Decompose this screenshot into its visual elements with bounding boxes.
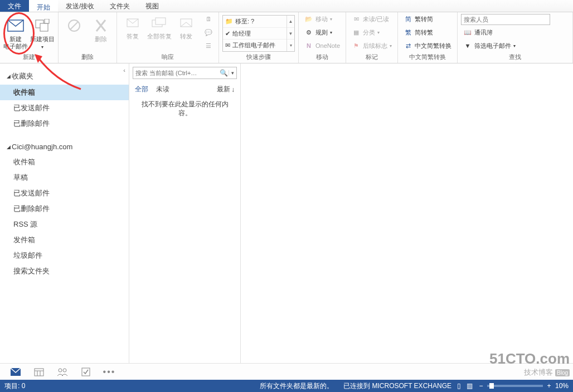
ribbon: 新建 电子邮件 新建项目▾ 新建 删除 <box>0 12 573 63</box>
nav-collapse-button[interactable]: ‹ <box>123 67 125 74</box>
search-mailbox[interactable]: 🔍 ▾ <box>133 67 237 79</box>
status-connection: 已连接到 MICROSOFT EXCHANGE <box>343 381 451 391</box>
group-tags: ✉未读/已读 ▦分类 ▾ ⚑后续标志 ▾ 标记 <box>346 12 398 63</box>
favorites-header[interactable]: ◢收藏夹 <box>0 68 129 85</box>
envelope-icon: ✉ <box>352 14 361 23</box>
more-respond-button[interactable]: ☰ <box>202 40 215 52</box>
nav-item-inbox[interactable]: 收件箱 <box>0 154 129 170</box>
view-normal-icon[interactable]: ▯ <box>457 382 461 390</box>
zoom-in-button[interactable]: + <box>546 382 552 390</box>
move-button[interactable]: 📂移动 ▾ <box>302 13 342 25</box>
qs-to-manager[interactable]: ✔给经理 <box>223 28 286 40</box>
char-traditional-icon: 繁 <box>404 28 412 37</box>
group-quick-steps: 📁移至: ? ✔给经理 ✉工作组电子邮件 ▲▼▾ 快速步骤 <box>219 12 299 63</box>
nav-more-icon[interactable]: ••• <box>104 366 115 378</box>
group-respond: 答复 全部答复 转发 🗓 💬 ☰ 响应 <box>117 12 219 63</box>
rules-button[interactable]: ⚙规则 ▾ <box>302 26 342 38</box>
reply-icon <box>124 14 142 32</box>
reading-pane <box>241 63 573 363</box>
reply-all-icon <box>150 14 168 32</box>
unread-read-button[interactable]: ✉未读/已读 <box>349 13 394 25</box>
nav-item-drafts[interactable]: 草稿 <box>0 170 129 185</box>
group-chinese-conversion: 简繁转简 繁简转繁 ⇄中文简繁转换 中文简繁转换 <box>398 12 458 63</box>
svg-line-5 <box>70 22 78 30</box>
filter-email-button[interactable]: ▼筛选电子邮件 ▾ <box>461 40 518 52</box>
nav-item-deleted-fav[interactable]: 已删除邮件 <box>0 116 129 131</box>
categorize-icon: ▦ <box>352 28 361 37</box>
nav-item-sent-fav[interactable]: 已发送邮件 <box>0 100 129 116</box>
nav-tasks-icon[interactable] <box>80 366 91 378</box>
ignore-button[interactable] <box>62 16 86 35</box>
filter-icon: ▼ <box>463 41 472 50</box>
qs-more[interactable]: ▾ <box>287 40 294 51</box>
search-icon[interactable]: 🔍 <box>218 69 229 77</box>
jian-to-fan-button[interactable]: 繁简转繁 <box>401 26 454 38</box>
nav-item-sent[interactable]: 已发送邮件 <box>0 185 129 201</box>
zoom-slider[interactable] <box>487 385 543 387</box>
chat-icon: 💬 <box>204 28 213 37</box>
more-icon: ☰ <box>204 41 213 50</box>
new-item-button[interactable]: 新建项目▾ <box>30 16 55 51</box>
empty-message: 找不到要在此处显示的任何内容。 <box>129 96 240 121</box>
tab-home[interactable]: 开始 <box>29 0 58 12</box>
tab-file[interactable]: 文件 <box>0 0 29 12</box>
nav-calendar-icon[interactable] <box>33 366 45 378</box>
chinese-convert-button[interactable]: ⇄中文简繁转换 <box>401 40 454 52</box>
filter-unread[interactable]: 未读 <box>156 85 169 94</box>
forward-button[interactable]: 转发 <box>174 13 198 40</box>
sort-newest[interactable]: 最新 ↓ <box>217 85 235 94</box>
nav-mail-icon[interactable] <box>10 366 21 378</box>
tab-view[interactable]: 视图 <box>138 0 167 12</box>
onenote-button[interactable]: NOneNote <box>302 40 342 52</box>
delete-button[interactable]: 删除 <box>89 16 113 43</box>
quick-steps-gallery[interactable]: 📁移至: ? ✔给经理 ✉工作组电子邮件 ▲▼▾ <box>222 15 295 52</box>
forward-icon: ✔ <box>225 30 230 37</box>
convert-icon: ⇄ <box>404 41 412 50</box>
qs-up[interactable]: ▲ <box>287 16 294 28</box>
zoom-out-button[interactable]: − <box>478 382 484 390</box>
fan-to-jian-button[interactable]: 简繁转简 <box>401 13 454 25</box>
filter-all[interactable]: 全部 <box>135 85 148 94</box>
new-email-button[interactable]: 新建 电子邮件 <box>3 16 28 50</box>
zoom-control[interactable]: − + 10% <box>478 382 569 390</box>
qs-move-to[interactable]: 📁移至: ? <box>223 16 286 28</box>
tab-send-receive[interactable]: 发送/接收 <box>58 0 102 12</box>
nav-item-junk[interactable]: 垃圾邮件 <box>0 248 129 263</box>
status-item-count: 项目: 0 <box>4 381 25 391</box>
qs-down[interactable]: ▼ <box>287 28 294 40</box>
svg-point-17 <box>59 369 62 372</box>
view-reading-icon[interactable]: ▥ <box>467 382 473 390</box>
nav-item-inbox-fav[interactable]: 收件箱 <box>0 85 129 100</box>
group-delete: 删除 删除 <box>59 12 117 63</box>
reply-button[interactable]: 答复 <box>120 13 145 40</box>
main-area: ‹ ◢收藏夹 收件箱 已发送邮件 已删除邮件 ◢Cici@huangjh.com… <box>0 63 573 363</box>
search-scope-dropdown[interactable]: ▾ <box>229 70 236 76</box>
rules-icon: ⚙ <box>304 28 313 37</box>
follow-up-button[interactable]: ⚑后续标志 ▾ <box>349 40 394 52</box>
onenote-icon: N <box>304 41 313 50</box>
qs-team-email[interactable]: ✉工作组电子邮件 <box>223 40 286 51</box>
nav-item-search-folders[interactable]: 搜索文件夹 <box>0 263 129 279</box>
address-book-button[interactable]: 📖通讯簿 <box>461 26 495 38</box>
nav-item-outbox[interactable]: 发件箱 <box>0 232 129 248</box>
tab-folder[interactable]: 文件夹 <box>102 0 138 12</box>
im-button[interactable]: 💬 <box>202 26 215 38</box>
reply-all-button[interactable]: 全部答复 <box>147 13 172 40</box>
arrow-down-icon: ↓ <box>231 86 235 94</box>
ignore-icon <box>65 17 83 35</box>
nav-item-rss[interactable]: RSS 源 <box>0 217 129 232</box>
search-mailbox-input[interactable] <box>133 70 218 76</box>
nav-item-deleted[interactable]: 已删除邮件 <box>0 201 129 217</box>
group-new: 新建 电子邮件 新建项目▾ 新建 <box>0 12 59 63</box>
folder-nav: ‹ ◢收藏夹 收件箱 已发送邮件 已删除邮件 ◢Cici@huangjh.com… <box>0 63 129 363</box>
search-people-input[interactable] <box>461 14 550 25</box>
group-move: 📂移动 ▾ ⚙规则 ▾ NOneNote 移动 <box>299 12 346 63</box>
svg-rect-2 <box>40 23 48 31</box>
nav-people-icon[interactable] <box>57 366 68 378</box>
meeting-button[interactable]: 🗓 <box>202 13 215 25</box>
address-book-icon: 📖 <box>463 28 472 37</box>
categorize-button[interactable]: ▦分类 ▾ <box>349 26 394 38</box>
account-header[interactable]: ◢Cici@huangjh.com <box>0 139 129 154</box>
svg-rect-13 <box>35 369 43 376</box>
mail-icon <box>7 17 25 35</box>
